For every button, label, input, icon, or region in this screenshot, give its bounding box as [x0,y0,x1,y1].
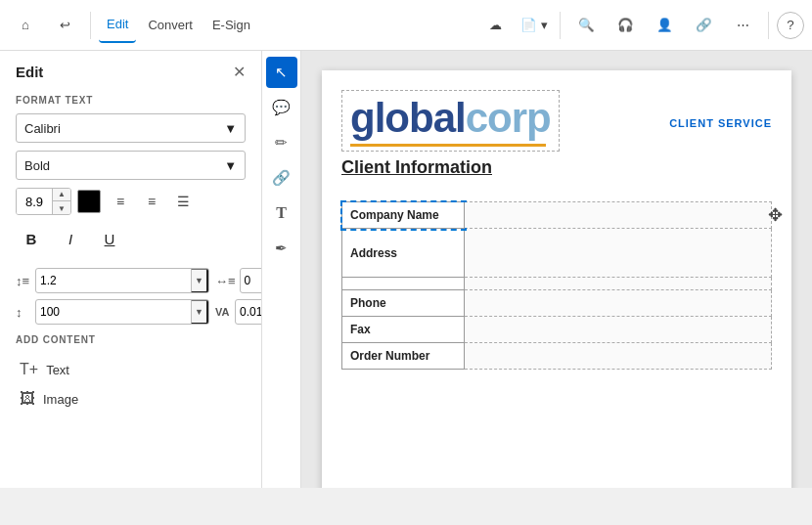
char-spacing-input-box: ▼ [240,268,262,293]
underline-button[interactable]: U [94,223,125,254]
client-info-section: Client Information [341,157,772,192]
stamp-icon: ✒ [275,240,288,257]
font-size-down[interactable]: ▼ [53,201,70,215]
client-info-heading: Client Information [341,157,492,178]
ordered-list-btn[interactable]: ≡ [138,188,165,215]
document-page: globalcorp CLIENT SERVICE Client Informa… [322,70,791,488]
align-btn[interactable]: ☰ [169,188,197,215]
line-spacing-input-box: ▼ [35,268,209,293]
link-tool-btn[interactable]: 🔗 [266,162,297,194]
draw-icon: ✏ [275,134,288,152]
table-row: Company Name ✥ [342,202,772,229]
spacing-grid: ↕≡ ▼ ↔≡ ▼ ↕ ▼ VA [16,268,246,325]
list-btn-group: ≡ ≡ ☰ [107,188,197,215]
user-button[interactable]: 👤 [647,8,682,43]
text-item-label: Text [46,363,69,377]
baseline-input-box: ▼ [235,299,262,325]
toolbar-right: ☁ 📄 ▾ 🔍 🎧 👤 🔗 ⋯ ? [477,8,804,43]
panel-title: Edit [16,64,43,80]
add-content-label: ADD CONTENT [16,334,246,345]
select-icon: ↖ [275,64,288,81]
char-spacing-input[interactable] [241,274,262,287]
baseline-input[interactable] [236,305,262,319]
address-value-2[interactable] [465,278,772,290]
edit-tab[interactable]: Edit [99,8,136,43]
headset-button[interactable]: 🎧 [608,8,643,43]
address-label-2 [342,278,465,290]
font-style-arrow: ▼ [224,158,237,173]
move-cursor-icon: ✥ [768,204,783,226]
format-text-label: FORMAT TEXT [16,95,246,106]
back-button[interactable]: ↩ [47,8,82,43]
close-panel-button[interactable]: ✕ [233,63,246,81]
add-image-item[interactable]: 🖼 Image [16,384,246,414]
line-spacing-input[interactable] [36,274,191,287]
separator-2 [560,12,561,39]
home-button[interactable]: ⌂ [8,8,43,43]
doc-button[interactable]: 📄 ▾ [517,8,552,43]
company-name-value[interactable]: ✥ [465,202,772,229]
logo-area: globalcorp CLIENT SERVICE [341,90,772,152]
cloud-button[interactable]: ☁ [477,8,513,43]
fax-label: Fax [342,317,465,343]
text-add-icon: T+ [20,361,38,378]
line-spacing-icon: ↕≡ [16,274,31,288]
table-row: Fax [342,317,772,343]
scale-icon: ↕ [16,305,31,320]
draw-tool-btn[interactable]: ✏ [266,127,297,158]
add-text-item[interactable]: T+ Text [16,355,246,384]
font-color-picker[interactable] [77,190,101,213]
logo-global: global [350,95,466,141]
order-number-value[interactable] [465,343,772,370]
scale-row: ↕ ▼ [16,299,209,325]
left-panel: Edit ✕ FORMAT TEXT Calibri ▼ Bold ▼ ▲ [0,51,262,488]
phone-value[interactable] [465,290,772,317]
phone-label: Phone [342,290,465,317]
image-item-label: Image [43,392,78,407]
char-spacing-icon: ↔≡ [215,274,236,288]
address-value[interactable] [465,229,772,278]
client-service-label: CLIENT SERVICE [669,117,772,129]
fax-value[interactable] [465,317,772,343]
link-button[interactable]: 🔗 [686,8,721,43]
format-btns-row: B I U [16,223,246,254]
comment-tool-btn[interactable]: 💬 [266,92,297,123]
bold-button[interactable]: B [16,223,47,254]
comment-icon: 💬 [272,99,291,116]
help-button[interactable]: ? [777,12,804,39]
line-spacing-row: ↕≡ ▼ [16,268,209,293]
scale-input[interactable] [36,305,191,319]
font-family-row: Calibri ▼ [16,113,246,143]
main-layout: Edit ✕ FORMAT TEXT Calibri ▼ Bold ▼ ▲ [0,51,812,488]
top-toolbar: ⌂ ↩ Edit Convert E-Sign ☁ 📄 ▾ 🔍 🎧 👤 🔗 ⋯ … [0,0,812,51]
font-style-select[interactable]: Bold ▼ [16,151,246,180]
logo-underline [350,144,546,147]
font-family-value: Calibri [24,121,61,136]
italic-button[interactable]: I [55,223,86,254]
font-size-up[interactable]: ▲ [53,188,70,201]
home-icon: ⌂ [22,18,29,32]
convert-tab[interactable]: Convert [140,8,201,43]
text-tool-btn[interactable]: T [266,197,297,229]
line-spacing-arrow[interactable]: ▼ [191,268,208,293]
esign-tab[interactable]: E-Sign [204,8,258,43]
company-name-label: Company Name [342,202,465,229]
back-icon: ↩ [60,18,70,32]
stamp-tool-btn[interactable]: ✒ [266,233,297,264]
font-size-arrows: ▲ ▼ [52,188,70,215]
client-info-table: Company Name ✥ Address Phone [341,201,772,370]
separator-1 [90,12,91,39]
font-family-select[interactable]: Calibri ▼ [16,113,246,143]
order-number-label: Order Number [342,343,465,370]
scale-arrow[interactable]: ▼ [191,299,208,325]
font-size-input[interactable] [17,188,52,215]
more-button[interactable]: ⋯ [725,8,760,43]
unordered-list-btn[interactable]: ≡ [107,188,134,215]
text-tool-icon: T [276,204,287,222]
char-spacing-row: ↔≡ ▼ [215,268,262,293]
logo-text: globalcorp [350,95,551,142]
table-row: Order Number [342,343,772,370]
select-tool-btn[interactable]: ↖ [266,57,297,88]
font-size-box: ▲ ▼ [16,188,71,215]
search-button[interactable]: 🔍 [568,8,604,43]
